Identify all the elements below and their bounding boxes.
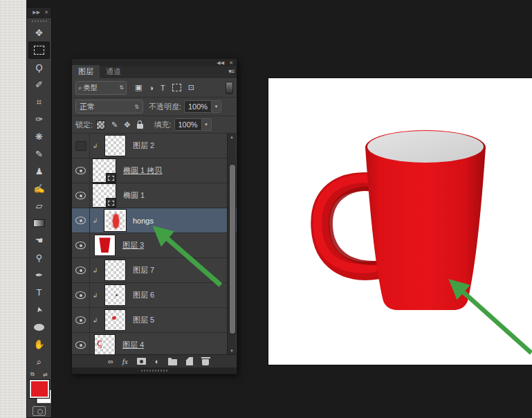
delete-layer-icon[interactable] xyxy=(202,359,209,365)
rectangular-marquee-tool[interactable] xyxy=(28,42,50,59)
layer-row-图层 4[interactable]: ς图层 4 xyxy=(72,333,237,354)
pen-tool[interactable]: ✒ xyxy=(27,266,51,284)
layer-thumbnail[interactable] xyxy=(104,309,126,331)
tab-layers[interactable]: 图层 xyxy=(72,65,100,78)
eraser-tool[interactable]: ▱ xyxy=(27,197,51,215)
collapse-panel-icon[interactable]: ◀◀ xyxy=(217,60,224,66)
lock-all-icon[interactable] xyxy=(137,124,143,129)
visibility-toggle[interactable] xyxy=(72,134,90,158)
filter-toggle-switch[interactable] xyxy=(226,82,233,94)
document-canvas[interactable] xyxy=(268,78,532,365)
lasso-tool[interactable]: Ϙ xyxy=(27,59,51,76)
lock-pixels-icon[interactable]: ✎ xyxy=(111,120,118,129)
mug-artwork xyxy=(268,78,532,365)
opacity-dropdown-arrow[interactable]: ▾ xyxy=(212,100,221,113)
quick-selection-tool[interactable]: ✐ xyxy=(27,76,51,93)
layer-thumbnail[interactable] xyxy=(104,260,126,281)
ellipse-tool[interactable] xyxy=(27,318,51,336)
filter-type-layers-icon[interactable]: T xyxy=(160,84,165,92)
layer-thumbnail[interactable] xyxy=(104,210,126,231)
scrollbar[interactable]: ▲ ▼ xyxy=(227,134,236,354)
layer-row-图层 7[interactable]: ↲图层 7 xyxy=(72,258,237,283)
layer-name[interactable]: 图层 5 xyxy=(133,315,154,325)
panel-menu-icon[interactable]: ▾≡ xyxy=(228,68,234,75)
close-panel-icon[interactable]: ✕ xyxy=(229,60,233,66)
filter-adjustment-layers-icon[interactable]: ◑ xyxy=(149,84,154,92)
layer-name[interactable]: 图层 7 xyxy=(133,265,154,275)
scroll-up-icon[interactable]: ▲ xyxy=(228,135,236,139)
layer-thumbnail[interactable] xyxy=(104,284,126,306)
layer-row-椭圆 1 拷贝[interactable]: 椭圆 1 拷贝 xyxy=(72,158,237,183)
move-tool[interactable]: ✥ xyxy=(27,24,51,42)
lock-position-icon[interactable]: ✥ xyxy=(124,120,130,129)
visibility-toggle[interactable] xyxy=(72,208,90,233)
close-panel-icon[interactable]: ✕ xyxy=(44,10,48,15)
layer-thumbnail[interactable] xyxy=(94,235,116,256)
brush-tool[interactable]: ✎ xyxy=(27,145,51,163)
layer-thumbnail[interactable] xyxy=(104,135,126,156)
layer-row-图层 6[interactable]: ↲图层 6 xyxy=(72,283,237,308)
crop-tool[interactable]: ⌗ xyxy=(27,93,51,111)
mug-opening xyxy=(367,131,484,163)
panel-grip[interactable] xyxy=(27,18,51,24)
layer-row-图层 5[interactable]: ↲图层 5 xyxy=(72,308,237,333)
visibility-toggle[interactable] xyxy=(72,333,90,354)
opacity-value[interactable]: 100% xyxy=(184,100,212,113)
scroll-down-icon[interactable]: ▼ xyxy=(228,349,236,353)
panel-resize-handle[interactable] xyxy=(72,367,237,374)
swap-colors-icon[interactable]: ⇄ xyxy=(43,372,48,378)
filter-shape-layers-icon[interactable] xyxy=(172,84,181,91)
layer-thumbnail[interactable]: ς xyxy=(94,334,116,354)
layer-name[interactable]: hongs xyxy=(133,217,154,225)
layer-row-椭圆 1[interactable]: 椭圆 1 xyxy=(72,183,237,208)
layer-thumbnail[interactable] xyxy=(92,158,116,183)
layer-row-图层 2[interactable]: ↲图层 2 xyxy=(72,134,237,158)
default-colors-icon[interactable]: ⧉ xyxy=(30,371,35,378)
zoom-tool[interactable]: ⌕ xyxy=(27,353,51,370)
new-adjustment-layer-icon[interactable]: ◐ xyxy=(155,357,160,365)
layer-name[interactable]: 图层 2 xyxy=(133,140,154,151)
visibility-toggle[interactable] xyxy=(72,308,90,332)
layer-name[interactable]: 图层 6 xyxy=(133,290,154,300)
tab-channels[interactable]: 通道 xyxy=(100,65,127,78)
gradient-tool[interactable] xyxy=(27,215,51,232)
fill-dropdown-arrow[interactable]: ▾ xyxy=(202,118,212,131)
add-layer-mask-icon[interactable] xyxy=(137,358,146,365)
link-layers-icon[interactable]: ∞ xyxy=(108,357,113,365)
layer-row-hongs[interactable]: ↲hongs xyxy=(72,208,237,233)
visibility-toggle[interactable] xyxy=(72,258,90,282)
history-brush-tool[interactable]: ✍ xyxy=(27,180,51,197)
filter-type-dropdown[interactable]: ⌕ 类型 ⇅ xyxy=(75,81,127,95)
visibility-toggle[interactable] xyxy=(72,183,90,208)
blend-mode-dropdown[interactable]: 正常 ⇅ xyxy=(75,100,143,113)
dodge-tool[interactable]: ⚲ xyxy=(27,249,51,266)
layer-row-图层 3[interactable]: 图层 3 xyxy=(72,233,237,258)
clone-stamp-tool[interactable]: ♟ xyxy=(27,163,51,180)
collapse-panel-icon[interactable]: ▶▶ xyxy=(33,10,40,15)
path-selection-tool[interactable]: ➤ xyxy=(27,301,51,318)
filter-pixel-layers-icon[interactable]: ▣ xyxy=(135,83,142,92)
layer-name[interactable]: 椭圆 1 拷贝 xyxy=(123,165,162,176)
layer-name[interactable]: 图层 3 xyxy=(122,240,144,251)
new-group-icon[interactable] xyxy=(168,359,177,365)
new-layer-icon[interactable] xyxy=(186,357,193,365)
spot-healing-brush-tool[interactable]: ❋ xyxy=(27,128,51,145)
hand-tool[interactable]: ✋ xyxy=(27,336,51,353)
desktop-background xyxy=(0,0,26,418)
quick-mask-button[interactable] xyxy=(27,406,51,417)
layer-thumbnail[interactable] xyxy=(92,183,116,208)
scrollbar-thumb[interactable] xyxy=(229,164,236,334)
layer-name[interactable]: 椭圆 1 xyxy=(123,190,145,201)
layer-name[interactable]: 图层 4 xyxy=(122,340,144,350)
filter-smart-objects-icon[interactable]: ⊡ xyxy=(188,83,194,92)
layer-styles-icon[interactable]: fx xyxy=(122,357,128,365)
eyedropper-tool[interactable]: ✑ xyxy=(27,111,51,128)
foreground-color-swatch[interactable] xyxy=(30,380,49,398)
fill-value[interactable]: 100% xyxy=(174,118,202,131)
type-tool[interactable]: T xyxy=(27,284,51,301)
lock-transparency-icon[interactable] xyxy=(96,120,105,129)
visibility-toggle[interactable] xyxy=(72,158,90,183)
visibility-toggle[interactable] xyxy=(72,283,90,307)
smudge-tool[interactable]: ☚ xyxy=(27,232,51,249)
visibility-toggle[interactable] xyxy=(72,233,90,257)
